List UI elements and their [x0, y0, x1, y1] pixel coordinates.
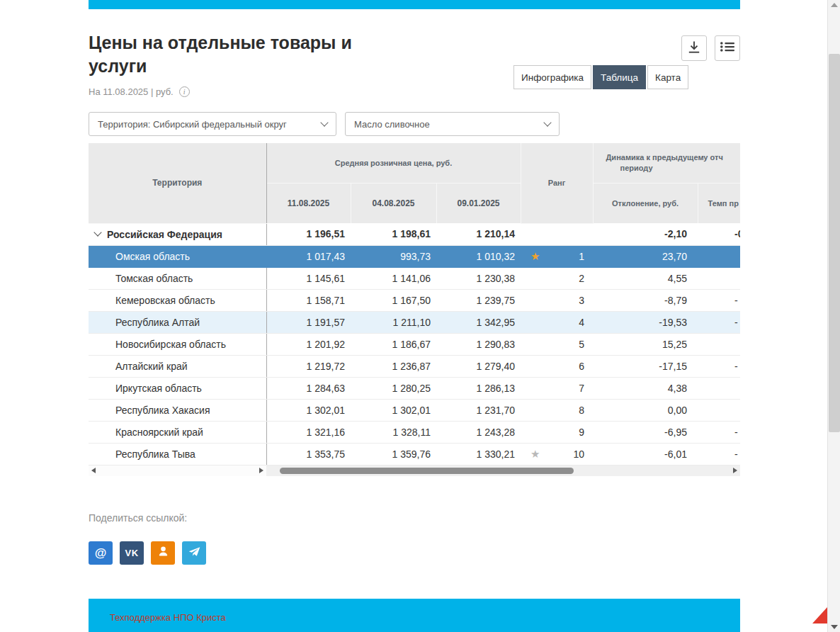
price-cell: 993,73 [351, 245, 436, 267]
table-row[interactable]: Новосибирская область 1 201,92 1 186,67 … [89, 333, 740, 355]
rank-value: 7 [579, 383, 584, 394]
product-select[interactable]: Масло сливочное [345, 112, 560, 136]
chevron-down-icon[interactable] [93, 228, 101, 236]
territory-name: Красноярский край [115, 427, 203, 438]
filters: Территория: Сибирский федеральный округ … [89, 112, 560, 136]
deviation-cell: -19,53 [593, 311, 698, 333]
horizontal-scrollbars [89, 465, 740, 476]
territory-name: Новосибирская область [115, 339, 226, 350]
deviation-cell: 23,70 [593, 245, 698, 267]
price-cell: 1 342,95 [436, 311, 521, 333]
scroll-up-arrow-icon[interactable] [831, 3, 838, 7]
territory-cell[interactable]: Новосибирская область [89, 333, 266, 355]
territory-cell[interactable]: Республика Хакасия [89, 399, 266, 421]
price-cell: 1 196,51 [266, 223, 351, 245]
territory-cell[interactable]: Кемеровская область [89, 289, 266, 311]
table-row[interactable]: Кемеровская область 1 158,71 1 167,50 1 … [89, 289, 740, 311]
growth-cell: - [698, 311, 740, 333]
tab-map[interactable]: Карта [647, 65, 688, 89]
territory-name: Томская область [115, 273, 193, 284]
list-view-button[interactable] [715, 35, 740, 61]
price-cell: 1 167,50 [351, 289, 436, 311]
scroll-down-arrow-icon[interactable] [831, 625, 838, 629]
deviation-cell: -6,95 [593, 421, 698, 443]
rank-value: 3 [579, 295, 584, 306]
rank-value: 9 [579, 427, 584, 438]
territory-select[interactable]: Территория: Сибирский федеральный округ [89, 112, 336, 136]
territory-cell[interactable]: Российская Федерация [89, 223, 266, 245]
product-select-value: Масло сливочное [354, 119, 430, 130]
table-row[interactable]: Томская область 1 145,61 1 141,06 1 230,… [89, 267, 740, 289]
rank-cell: 2 [521, 267, 593, 289]
support-link[interactable]: Техподдержка НПО Криста [110, 612, 226, 623]
share-ok-button[interactable] [151, 541, 175, 565]
territory-cell[interactable]: Омская область [89, 245, 266, 267]
price-cell: 1 231,70 [436, 399, 521, 421]
tab-table[interactable]: Таблица [593, 65, 646, 89]
share-vk-button[interactable]: VK [120, 541, 144, 565]
scroll-right-arrow-icon[interactable] [733, 468, 737, 473]
col-header-growth: Темп пр [698, 183, 740, 223]
prices-table: Территория Средняя розничная цена, руб. … [89, 143, 740, 465]
col-header-dynamics-group: Динамика к предыдущему отч периоду [593, 143, 740, 183]
price-cell: 1 302,01 [351, 399, 436, 421]
telegram-icon [188, 546, 200, 560]
territory-name: Российская Федерация [107, 229, 222, 240]
col-header-rank: Ранг [521, 143, 593, 223]
red-triangle-decoration [812, 607, 827, 623]
share-label: Поделиться ссылкой: [89, 512, 187, 524]
territory-name: Омская область [115, 251, 190, 262]
territory-cell[interactable]: Красноярский край [89, 421, 266, 443]
h-scrollbar-thumb[interactable] [280, 468, 574, 474]
star-icon: ★ [530, 251, 540, 261]
h-scrollbar-frozen[interactable] [89, 465, 266, 476]
table-row[interactable]: Алтайский край 1 219,72 1 236,87 1 279,4… [89, 355, 740, 377]
rank-cell: ★ 10 [521, 443, 593, 465]
v-scrollbar-thumb[interactable] [829, 54, 840, 432]
territory-cell[interactable]: Республика Алтай [89, 311, 266, 333]
deviation-cell: -2,10 [593, 223, 698, 245]
territory-name: Республика Алтай [115, 317, 200, 328]
price-cell: 1 191,57 [266, 311, 351, 333]
deviation-cell: 4,55 [593, 267, 698, 289]
growth-cell [698, 245, 740, 267]
table-row[interactable]: Республика Тыва 1 353,75 1 359,76 1 330,… [89, 443, 740, 465]
price-cell: 1 280,25 [351, 377, 436, 399]
rank-value: 2 [579, 273, 584, 284]
table-row[interactable]: Красноярский край 1 321,16 1 328,11 1 24… [89, 421, 740, 443]
share-mailru-button[interactable]: @ [89, 541, 113, 565]
table-row[interactable]: Иркутская область 1 284,63 1 280,25 1 28… [89, 377, 740, 399]
territory-cell[interactable]: Алтайский край [89, 355, 266, 377]
table-row[interactable]: Республика Хакасия 1 302,01 1 302,01 1 2… [89, 399, 740, 421]
table-row[interactable]: Омская область 1 017,43 993,73 1 010,32 … [89, 245, 740, 267]
rank-cell: ★ 1 [521, 245, 593, 267]
info-icon[interactable]: i [179, 86, 190, 97]
page: Цены на отдельные товары и услуги На 11.… [0, 0, 840, 632]
v-scrollbar[interactable] [827, 0, 840, 632]
territory-cell[interactable]: Республика Тыва [89, 443, 266, 465]
table-row[interactable]: Республика Алтай 1 191,57 1 211,10 1 342… [89, 311, 740, 333]
col-header-date-3: 09.01.2025 [436, 183, 521, 223]
col-header-deviation: Отклонение, руб. [593, 183, 698, 223]
date-text: На 11.08.2025 | руб. [89, 86, 174, 97]
scroll-right-arrow-icon[interactable] [259, 468, 263, 473]
top-accent-bar [89, 0, 740, 9]
download-button[interactable] [681, 35, 707, 61]
price-cell: 1 279,40 [436, 355, 521, 377]
territory-cell[interactable]: Томская область [89, 267, 266, 289]
price-cell: 1 210,14 [436, 223, 521, 245]
territory-name: Республика Тыва [115, 448, 195, 460]
tab-infographics[interactable]: Инфографика [513, 65, 591, 89]
price-cell: 1 302,01 [266, 399, 351, 421]
deviation-cell: 15,25 [593, 333, 698, 355]
territory-cell[interactable]: Иркутская область [89, 377, 266, 399]
growth-cell: - [698, 289, 740, 311]
territory-name: Алтайский край [115, 361, 188, 372]
growth-cell [698, 267, 740, 289]
ok-icon [158, 546, 169, 560]
table-row[interactable]: Российская Федерация 1 196,51 1 198,61 1… [89, 223, 740, 245]
chevron-down-icon [543, 118, 551, 126]
h-scrollbar[interactable] [266, 465, 740, 476]
scroll-left-arrow-icon[interactable] [91, 468, 96, 473]
share-telegram-button[interactable] [182, 541, 206, 565]
